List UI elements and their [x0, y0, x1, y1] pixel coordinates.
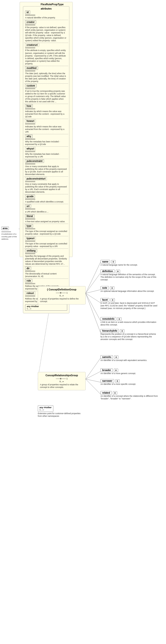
- attr-dir: dir xxxxxxxxxx The directionality of tex…: [25, 267, 67, 278]
- svg-line-9: [86, 372, 101, 379]
- attr-type: type xxxxxxxxxx The type of the concept …: [25, 224, 67, 235]
- divider: [24, 84, 68, 84]
- main-title: FlexRolePropType: [41, 3, 64, 6]
- divider: [24, 159, 68, 159]
- right-definition: definition ⊕ A natural language definiti…: [101, 270, 158, 281]
- attr-howuri-name: howuri: [25, 119, 36, 123]
- right-facet-icon: ⊕: [111, 298, 115, 302]
- any-other-main-label: any ##other: [27, 305, 39, 308]
- divider: [24, 119, 68, 119]
- attr-uri-desc: a URI which identifies a ...: [25, 210, 67, 213]
- svg-line-10: [86, 379, 101, 382]
- concept-rel-desc: A group of properties required to relate…: [40, 384, 84, 389]
- concept-def-title: { ConceptDefinitionGroup: [40, 288, 84, 291]
- attr-custom-dotted: xxxxxxxxxx: [25, 87, 67, 90]
- attr-modified-dotted: xxxxxxxxxx: [25, 70, 67, 72]
- attr-custom-desc: If set to true the corresponding propert…: [25, 90, 67, 103]
- any-other-bottom-box: any ##other 0...∞: [38, 405, 53, 412]
- attr-pubconstrainturi: pubconstrainturi xxxxxxxxxx One or many …: [25, 178, 67, 193]
- right-remoteinfo-desc: A link to an item or a web resource whic…: [101, 321, 158, 326]
- right-hierarchyinfo-icon: ⊕: [120, 329, 124, 332]
- right-facet: facet ⊕ In NAR 1.8 and later, facet is d…: [101, 298, 158, 310]
- attr-role-name: role: [25, 279, 32, 282]
- attr-creator-name: creator: [25, 20, 36, 24]
- divider: [24, 236, 68, 236]
- divider: [24, 176, 68, 177]
- right-name-desc: A natural language name for the concept.: [101, 264, 158, 266]
- svg-line-1: [86, 262, 101, 293]
- attr-why: why xxxxxxxxxx Why the metadata has been…: [25, 135, 67, 146]
- attr-whyuri-name: whyuri: [25, 147, 36, 150]
- right-remoteinfo-label: remoteInfo: [101, 317, 116, 321]
- attr-whyuri-dotted: xxxxxxxxxx: [25, 150, 67, 153]
- right-name-label: name: [101, 260, 110, 264]
- area-desc: A subdivision of a country part of the a…: [2, 233, 19, 240]
- attr-id-dotted: xxxxxxxxxx: [25, 14, 67, 16]
- attr-dir-name: dir: [25, 266, 31, 270]
- divider: [24, 134, 68, 134]
- attr-typeuri-name: typeuri: [25, 236, 36, 240]
- right-name-icon: ⊕: [111, 260, 116, 264]
- attr-how-desc: Indicates by which means the value was e…: [25, 110, 67, 118]
- attr-how: how xxxxxxxxxx Indicates by which means …: [25, 105, 67, 118]
- attr-creatoruri: creatoruri xxxxxxxxxx If the attribute i…: [25, 44, 67, 65]
- right-facet-label: facet: [101, 298, 109, 302]
- attr-why-desc: Why the metadata has been included - exp…: [25, 140, 67, 146]
- attr-qcode-desc: A qualified code which identifies a conc…: [25, 200, 67, 203]
- svg-line-4: [86, 293, 101, 303]
- attr-literal-desc: A free-text value assigned as property v…: [25, 220, 67, 223]
- any-other-bottom-element: any ##other 0...∞ Extension point for cu…: [38, 405, 81, 418]
- attr-qcode-dotted: xxxxxxxxxx: [25, 198, 67, 200]
- right-narrower-desc: An identifier of a more specific concept…: [101, 383, 158, 386]
- right-related: related ⊕ An identifier of a concept whe…: [101, 391, 158, 400]
- attr-how-dotted: xxxxxxxxxx: [25, 108, 67, 110]
- right-facet-desc: In NAR 1.8 and later, facet is deprecate…: [101, 302, 158, 310]
- attr-qcode-name: qcode: [25, 194, 35, 198]
- any-other-bottom-desc: Extension point for customer-defined pro…: [38, 412, 81, 418]
- divider: [24, 43, 68, 43]
- divider: [24, 104, 68, 104]
- attr-id-desc: A natural identifier of the property.: [25, 16, 67, 19]
- concept-relationships-group: ConceptRelationshipsGroup ——⊕—— 1 0...∞ …: [38, 372, 86, 390]
- svg-line-2: [86, 273, 101, 293]
- attr-why-name: why: [25, 134, 33, 138]
- right-narrower-icon: ⊕: [115, 379, 120, 383]
- divider: [24, 20, 68, 20]
- divider: [24, 66, 68, 66]
- divider: [24, 204, 68, 204]
- area-box-label: area: [2, 226, 9, 230]
- right-narrower: narrower ⊕ An identifier of a more speci…: [101, 379, 158, 386]
- attr-type-desc: The type of the concept assigned as cont…: [25, 230, 67, 235]
- attr-roleuri-name: roleuri: [25, 291, 35, 295]
- right-broader-icon: ⊕: [114, 368, 118, 372]
- attr-creator-dotted: xxxxxxxxxx: [25, 24, 67, 26]
- right-hierarchyinfo-desc: Represents the position of a concept in …: [101, 333, 158, 341]
- right-related-desc: An identifier of a concept where the rel…: [101, 395, 158, 400]
- right-sameas-label: sameAs: [101, 355, 113, 359]
- concept-definition-group: { ConceptDefinitionGroup ——⊕—— 1 0...∞ A…: [38, 286, 86, 304]
- attr-how-name: how: [25, 104, 33, 108]
- divider: [24, 266, 68, 266]
- attr-role-dotted: xxxxxxxxxx: [25, 282, 67, 285]
- right-remoteinfo: remoteInfo ⊕ A link to an item or a web …: [101, 317, 158, 326]
- attr-pubconstrainturi-desc: One or many constraints that apply to pu…: [25, 183, 67, 193]
- any-other-bottom-label: any ##other: [39, 406, 52, 409]
- attr-creatoruri-desc: If the attribute is empty, specifies whi…: [25, 49, 67, 65]
- right-broader-label: broader: [101, 368, 113, 372]
- attr-modified-name: modified: [25, 66, 38, 70]
- attr-id: id xxxxxxxxxx A natural identifier of th…: [25, 11, 67, 19]
- right-note-icon: ⊕: [110, 286, 114, 290]
- concept-rel-title: ConceptRelationshipsGroup: [40, 374, 84, 377]
- attr-typeuri-dotted: xxxxxxxxxx: [25, 240, 67, 242]
- attr-pubconstraint-desc: One or many constraints that apply to pu…: [25, 165, 67, 176]
- attr-type-name: type: [25, 224, 33, 228]
- area-dotted: xxxxxxxxxx: [2, 230, 19, 233]
- attr-creatoruri-name: creatoruri: [25, 43, 39, 47]
- attr-howuri-desc: Indicates by which means the value was e…: [25, 126, 67, 133]
- concept-def-mult: ——⊕—— 1: [40, 292, 84, 294]
- attr-literal-dotted: xxxxxxxxxx: [25, 218, 67, 220]
- attr-custom-name: custom: [25, 84, 37, 88]
- right-sameas-icon: ⊕: [114, 356, 118, 359]
- divider: [24, 194, 68, 194]
- right-sameas: sameAs ⊕ An identifier of a concept with…: [101, 355, 158, 362]
